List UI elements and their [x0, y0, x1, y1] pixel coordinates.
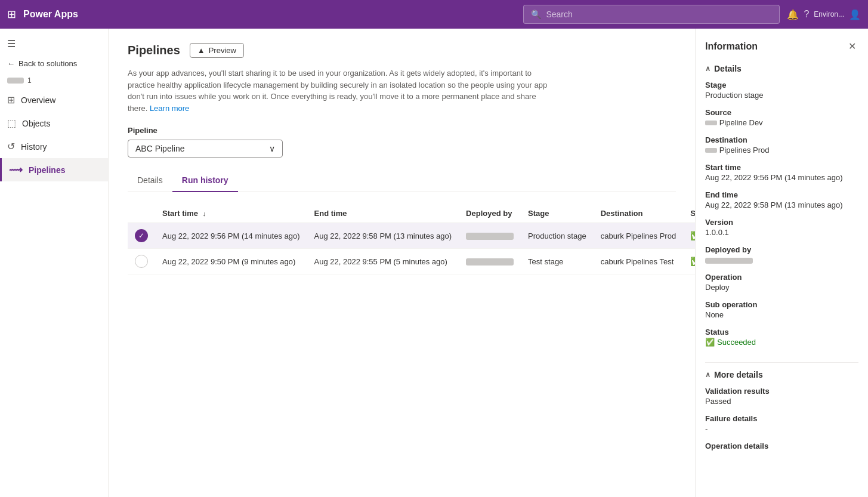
start-time-cell: Aug 22, 2022 9:56 PM (14 minutes ago) — [155, 223, 307, 249]
tab-details[interactable]: Details — [128, 169, 172, 192]
page-header: Pipelines ▲ Preview — [128, 43, 676, 58]
panel-details-section[interactable]: ∧ Details — [705, 64, 858, 73]
back-to-solutions[interactable]: ← Back to solutions — [0, 54, 108, 73]
stage-value: Production stage — [705, 91, 858, 100]
sidebar: ☰ ← Back to solutions 1 ⊞ Overview ⬚ Obj… — [0, 29, 109, 497]
version-label: Version — [705, 218, 858, 227]
validation-value: Passed — [705, 397, 858, 406]
source-dot — [705, 121, 717, 125]
topbar: ⊞ Power Apps 🔍 🔔 ? Environ... 👤 — [0, 0, 868, 29]
description-text: As your app advances, you'll start shari… — [128, 67, 557, 114]
chevron-up-icon: ∧ — [705, 64, 711, 73]
pipeline-dropdown[interactable]: ABC Pipeline ∨ — [128, 140, 283, 158]
user-avatar[interactable]: 👤 — [849, 9, 861, 20]
status-value: ✅ Succeeded — [705, 338, 858, 347]
failure-details-value: - — [705, 424, 858, 433]
success-icon: ✅ — [690, 231, 695, 240]
stage-cell: Test stage — [521, 249, 594, 274]
help-icon[interactable]: ? — [804, 9, 809, 20]
sidebar-item-history[interactable]: ↺ History — [0, 135, 108, 158]
learn-more-link[interactable]: Learn more — [150, 104, 189, 113]
grid-icon[interactable]: ⊞ — [7, 8, 16, 21]
end-time-label: End time — [705, 190, 858, 199]
sidebar-item-objects[interactable]: ⬚ Objects — [0, 112, 108, 135]
check-circle-icon: ✓ — [135, 229, 148, 242]
col-end-time[interactable]: End time — [307, 204, 459, 223]
app-name: Power Apps — [23, 9, 78, 20]
start-time-label: Start time — [705, 163, 858, 172]
deployed-by-cell — [459, 223, 521, 249]
sub-operation-label: Sub operation — [705, 300, 858, 309]
col-select — [128, 204, 155, 223]
env-label: Environ... — [814, 10, 844, 18]
history-icon: ↺ — [7, 141, 15, 152]
content-area: Pipelines ▲ Preview As your app advances… — [109, 29, 695, 497]
env-badge: 1 — [0, 73, 108, 88]
panel-title: Information — [705, 41, 758, 52]
search-icon: 🔍 — [531, 10, 541, 19]
destination-label: Destination — [705, 135, 858, 144]
panel-field-validation: Validation results Passed — [705, 387, 858, 406]
row-select-cell: ✓ — [128, 223, 155, 249]
notification-icon[interactable]: 🔔 — [787, 9, 799, 20]
end-time-value: Aug 22, 2022 9:58 PM (13 minutes ago) — [705, 200, 858, 209]
operation-label: Operation — [705, 273, 858, 282]
failure-details-label: Failure details — [705, 414, 858, 423]
version-value: 1.0.0.1 — [705, 228, 858, 237]
destination-cell: caburk Pipelines Prod — [594, 223, 683, 249]
deployed-by-value — [705, 255, 858, 264]
status-badge: ✅ Succeeded — [690, 257, 695, 266]
validation-label: Validation results — [705, 387, 858, 396]
source-value: Pipeline Dev — [705, 118, 858, 127]
destination-cell: caburk Pipelines Test — [594, 249, 683, 274]
panel-close-button[interactable]: ✕ — [846, 38, 858, 54]
panel-field-failure-details: Failure details - — [705, 414, 858, 433]
destination-value: Pipelines Prod — [705, 146, 858, 155]
dropdown-chevron-icon: ∨ — [269, 144, 275, 153]
search-input[interactable] — [546, 10, 772, 19]
dest-dot — [705, 148, 717, 153]
status-cell: ✅ Succeeded — [683, 249, 695, 274]
topbar-right: 🔔 ? Environ... 👤 — [787, 9, 861, 20]
start-time-cell: Aug 22, 2022 9:50 PM (9 minutes ago) — [155, 249, 307, 274]
panel-field-end-time: End time Aug 22, 2022 9:58 PM (13 minute… — [705, 190, 858, 209]
check-empty-icon — [135, 255, 148, 268]
panel-field-status: Status ✅ Succeeded — [705, 328, 858, 347]
right-panel: Information ✕ ∧ Details Stage Production… — [695, 29, 868, 497]
stage-label: Stage — [705, 81, 858, 89]
deployed-by-blurred — [705, 258, 753, 264]
chevron-up-icon-2: ∧ — [705, 371, 711, 379]
row-select-cell — [128, 249, 155, 274]
panel-more-details-section[interactable]: ∧ More details — [705, 370, 858, 379]
sidebar-item-pipelines[interactable]: ⟿ Pipelines — [0, 158, 108, 181]
col-status[interactable]: Status — [683, 204, 695, 223]
preview-button[interactable]: ▲ Preview — [190, 43, 244, 58]
col-destination[interactable]: Destination — [594, 204, 683, 223]
col-deployed-by[interactable]: Deployed by — [459, 204, 521, 223]
deployed-by-blurred — [466, 258, 514, 266]
col-start-time[interactable]: Start time ↓ — [155, 204, 307, 223]
operation-details-label: Operation details — [705, 442, 858, 450]
status-cell: ✅ Succeeded — [683, 223, 695, 249]
panel-field-start-time: Start time Aug 22, 2022 9:56 PM (14 minu… — [705, 163, 858, 182]
back-arrow-icon: ← — [7, 59, 15, 68]
status-badge: ✅ Succeeded — [690, 231, 695, 240]
table-row[interactable]: Aug 22, 2022 9:50 PM (9 minutes ago) Aug… — [128, 249, 695, 274]
search-bar[interactable]: 🔍 — [523, 5, 780, 24]
hamburger-icon[interactable]: ☰ — [0, 33, 108, 54]
main-layout: ☰ ← Back to solutions 1 ⊞ Overview ⬚ Obj… — [0, 29, 868, 497]
sidebar-item-overview[interactable]: ⊞ Overview — [0, 88, 108, 112]
deployed-by-label: Deployed by — [705, 245, 858, 254]
panel-field-operation-details: Operation details — [705, 442, 858, 452]
tabs: Details Run history — [128, 169, 676, 192]
run-history-table: Start time ↓ End time Deployed by Stage … — [128, 204, 695, 274]
end-time-cell: Aug 22, 2022 9:58 PM (13 minutes ago) — [307, 223, 459, 249]
tab-run-history[interactable]: Run history — [172, 169, 238, 192]
panel-divider — [705, 362, 858, 363]
source-label: Source — [705, 108, 858, 117]
col-stage[interactable]: Stage — [521, 204, 594, 223]
table-row[interactable]: ✓ Aug 22, 2022 9:56 PM (14 minutes ago) … — [128, 223, 695, 249]
stage-cell: Production stage — [521, 223, 594, 249]
preview-icon: ▲ — [197, 46, 205, 55]
panel-field-deployed-by: Deployed by — [705, 245, 858, 264]
